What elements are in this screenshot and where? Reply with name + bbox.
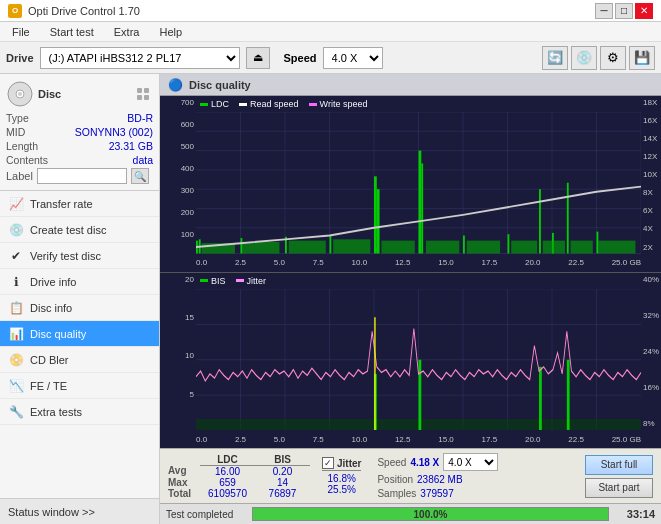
length-label: Length: [6, 140, 38, 152]
progress-percent: 100.0%: [253, 508, 608, 520]
drive-select[interactable]: (J:) ATAPI iHBS312 2 PL17: [40, 47, 240, 69]
label-input[interactable]: [37, 168, 127, 184]
progress-bar-container: Test completed 100.0% 33:14: [160, 503, 661, 524]
start-part-button[interactable]: Start part: [585, 478, 653, 498]
total-bis: 76897: [255, 488, 310, 499]
drive-bar: Drive (J:) ATAPI iHBS312 2 PL17 ⏏ Speed …: [0, 42, 661, 74]
jitter-avg: 16.8%: [322, 473, 361, 484]
sidebar-item-drive-info[interactable]: ℹ Drive info: [0, 269, 159, 295]
sidebar-item-verify-test-disc[interactable]: ✔ Verify test disc: [0, 243, 159, 269]
speed-select[interactable]: 4.0 X: [443, 453, 498, 471]
disc-quality-title: Disc quality: [189, 79, 251, 91]
xb-10: 10.0: [352, 435, 368, 444]
chart-top-legend: LDC Read speed Write speed: [200, 99, 367, 109]
chart-bottom-legend: BIS Jitter: [200, 276, 266, 286]
disc-quality-header: 🔵 Disc quality: [160, 74, 661, 96]
app-icon: O: [8, 4, 22, 18]
xb-0: 0.0: [196, 435, 207, 444]
eject-button[interactable]: ⏏: [246, 47, 270, 69]
xb-25: 25.0 GB: [612, 435, 641, 444]
yb-15: 15: [162, 313, 194, 322]
sidebar-item-disc-quality[interactable]: 📊 Disc quality: [0, 321, 159, 347]
avg-ldc: 16.00: [200, 465, 255, 477]
svg-rect-47: [511, 241, 537, 254]
sidebar-item-verify-test-disc-label: Verify test disc: [30, 250, 101, 262]
type-value: BD-R: [127, 112, 153, 124]
sidebar-item-fe-te-label: FE / TE: [30, 380, 67, 392]
x-top-20: 20.0: [525, 258, 541, 267]
status-window-button[interactable]: Status window >>: [0, 498, 159, 524]
disc-quality-header-icon: 🔵: [168, 78, 183, 92]
speed-select[interactable]: 4.0 X: [323, 47, 383, 69]
start-buttons: Start full Start part: [585, 455, 653, 498]
sidebar-item-transfer-rate[interactable]: 📈 Transfer rate: [0, 191, 159, 217]
max-ldc: 659: [200, 477, 255, 488]
chart-top-y-axis-right: 18X 16X 14X 12X 10X 8X 6X 4X 2X: [641, 96, 661, 254]
menu-help[interactable]: Help: [151, 24, 190, 40]
svg-rect-35: [508, 234, 510, 253]
jitter-checkbox[interactable]: ✓: [322, 457, 334, 469]
type-label: Type: [6, 112, 29, 124]
label-icon[interactable]: 🔍: [131, 168, 149, 184]
charts-container: LDC Read speed Write speed 700 600: [160, 96, 661, 448]
svg-rect-49: [571, 241, 593, 254]
main-layout: Disc Type BD-R MID SONYNN3 (002): [0, 74, 661, 524]
sidebar-item-fe-te[interactable]: 📉 FE / TE: [0, 373, 159, 399]
avg-label: Avg: [168, 465, 200, 477]
menu-file[interactable]: File: [4, 24, 38, 40]
sidebar-item-disc-info[interactable]: 📋 Disc info: [0, 295, 159, 321]
menu-start-test[interactable]: Start test: [42, 24, 102, 40]
app-title: Opti Drive Control 1.70: [28, 5, 140, 17]
svg-rect-34: [463, 235, 465, 253]
xb-20: 20.0: [525, 435, 541, 444]
svg-rect-38: [567, 183, 569, 254]
mid-label: MID: [6, 126, 25, 138]
max-label: Max: [168, 477, 200, 488]
contents-value: data: [133, 154, 153, 166]
speed-value: 4.18 X: [410, 457, 439, 468]
label-label: Label: [6, 170, 33, 182]
legend-bis: BIS: [200, 276, 226, 286]
yrb-32: 32%: [643, 311, 659, 320]
save-icon[interactable]: 💾: [629, 46, 655, 70]
sidebar-item-extra-tests[interactable]: 🔧 Extra tests: [0, 399, 159, 425]
svg-rect-5: [137, 95, 142, 100]
samples-value: 379597: [420, 488, 453, 499]
max-bis: 14: [255, 477, 310, 488]
sidebar-item-cd-bler[interactable]: 📀 CD Bler: [0, 347, 159, 373]
disc-icon[interactable]: 💿: [571, 46, 597, 70]
drive-icons: 🔄 💿 ⚙ 💾: [542, 46, 655, 70]
drive-info-icon: ℹ: [8, 274, 24, 290]
svg-rect-29: [330, 235, 332, 253]
chart-top-y-axis: 700 600 500 400 300 200 100: [160, 96, 196, 254]
x-top-0: 0.0: [196, 258, 207, 267]
time-display: 33:14: [615, 508, 655, 520]
disc-panel-title: Disc: [38, 88, 61, 100]
sidebar-item-cd-bler-label: CD Bler: [30, 354, 69, 366]
minimize-button[interactable]: ─: [595, 3, 613, 19]
maximize-button[interactable]: □: [615, 3, 633, 19]
yr-14x: 14X: [643, 134, 659, 143]
legend-write-speed: Write speed: [309, 99, 368, 109]
menu-extra[interactable]: Extra: [106, 24, 148, 40]
xb-2-5: 2.5: [235, 435, 246, 444]
disc-panel: Disc Type BD-R MID SONYNN3 (002): [0, 74, 159, 191]
xb-17-5: 17.5: [482, 435, 498, 444]
speed-label: Speed: [377, 457, 406, 468]
disc-quality-icon: 📊: [8, 326, 24, 342]
samples-label: Samples: [377, 488, 416, 499]
position-value: 23862 MB: [417, 474, 463, 485]
settings-icon[interactable]: ⚙: [600, 46, 626, 70]
yrb-8: 8%: [643, 419, 659, 428]
y-600: 600: [162, 120, 194, 129]
yb-5: 5: [162, 390, 194, 399]
refresh-icon[interactable]: 🔄: [542, 46, 568, 70]
chart-top-area: [196, 112, 641, 254]
start-full-button[interactable]: Start full: [585, 455, 653, 475]
y-700: 700: [162, 98, 194, 107]
sidebar-item-create-test-disc[interactable]: 💿 Create test disc: [0, 217, 159, 243]
ldc-color-dot: [200, 103, 208, 106]
disc-settings-icon[interactable]: [133, 84, 153, 104]
close-button[interactable]: ✕: [635, 3, 653, 19]
read-speed-color-dot: [239, 103, 247, 106]
